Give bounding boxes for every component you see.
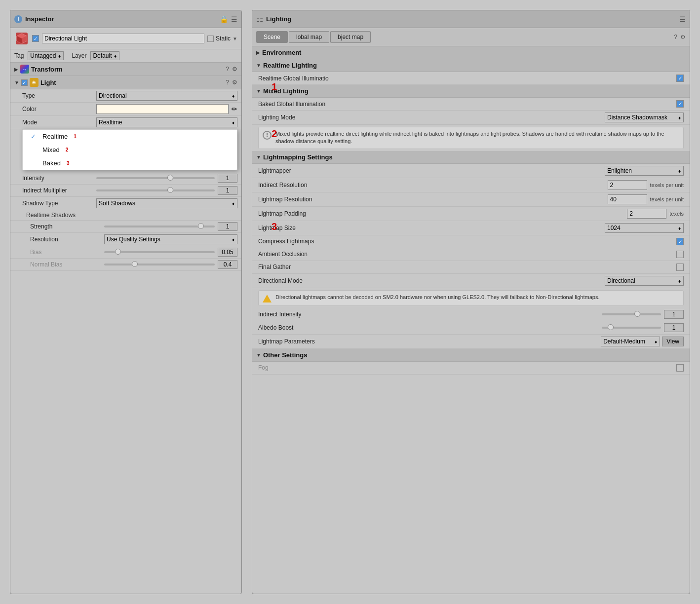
lightmap-resolution-input[interactable] bbox=[608, 194, 647, 204]
lightmap-padding-unit: texels bbox=[669, 211, 684, 217]
lightmap-resolution-value: texels per unit bbox=[608, 194, 684, 204]
transform-header-icons: ? ⚙ bbox=[226, 66, 237, 73]
normal-bias-slider-value[interactable]: 0.4 bbox=[218, 260, 237, 269]
tab-help-icon[interactable]: ? bbox=[674, 34, 677, 40]
tab-global-map[interactable]: lobal map bbox=[289, 31, 329, 43]
indirect-slider-thumb[interactable] bbox=[167, 187, 173, 193]
environment-section-header[interactable]: ▶ Environment bbox=[252, 46, 690, 59]
strength-slider-thumb[interactable] bbox=[198, 223, 204, 229]
albedo-boost-slider-value[interactable]: 1 bbox=[664, 323, 684, 332]
info-circle-icon: ! bbox=[263, 131, 272, 140]
indirect-intensity-slider-value[interactable]: 1 bbox=[664, 310, 684, 319]
view-button[interactable]: View bbox=[662, 337, 684, 346]
bias-slider-thumb[interactable] bbox=[115, 249, 121, 255]
indirect-intensity-thumb[interactable] bbox=[634, 311, 640, 317]
albedo-boost-slider[interactable] bbox=[602, 327, 661, 329]
strength-slider[interactable] bbox=[104, 226, 215, 227]
light-collapse-arrow[interactable]: ▼ bbox=[14, 80, 19, 85]
mode-prop-row: Mode Realtime ⬧ bbox=[10, 116, 241, 129]
other-settings-section-header[interactable]: ▼ Other Settings bbox=[252, 349, 690, 362]
intensity-slider-thumb[interactable] bbox=[167, 175, 173, 181]
transform-gear-icon[interactable]: ⚙ bbox=[232, 66, 237, 73]
mode-realtime-item[interactable]: ✓ Realtime 1 bbox=[23, 130, 237, 143]
lightmapper-label: Lightmapper bbox=[258, 167, 605, 174]
ambient-occlusion-label: Ambient Occlusion bbox=[258, 251, 676, 258]
lightmapping-section-header[interactable]: ▼ Lightmapping Settings bbox=[252, 151, 690, 164]
type-value: Directional ⬧ bbox=[96, 91, 237, 101]
tab-scene[interactable]: Scene bbox=[256, 31, 288, 43]
albedo-boost-slider-row: 1 bbox=[602, 323, 684, 332]
static-checkbox[interactable] bbox=[207, 36, 214, 42]
object-enabled-checkbox[interactable] bbox=[32, 35, 39, 42]
resolution-dropdown[interactable]: Use Quality Settings ⬧ bbox=[104, 234, 237, 244]
lightmap-size-label: Lightmap Size bbox=[258, 225, 605, 231]
lighting-mode-value: Distance Shadowmask ⬧ bbox=[605, 113, 684, 122]
light-gear-icon[interactable]: ⚙ bbox=[232, 79, 237, 86]
compress-label: Compress Lightmaps bbox=[258, 238, 676, 245]
lightmap-padding-input[interactable] bbox=[627, 209, 666, 219]
lighting-title-bar: ⚏ Lighting ☰ bbox=[252, 10, 690, 28]
lightmap-params-label: Lightmap Parameters bbox=[258, 338, 601, 345]
mode-baked-item[interactable]: Baked 3 bbox=[23, 156, 237, 170]
final-gather-checkbox[interactable] bbox=[676, 264, 684, 271]
intensity-slider[interactable] bbox=[96, 177, 215, 179]
mode-value: Realtime ⬧ bbox=[96, 117, 237, 127]
shadow-type-dropdown[interactable]: Soft Shadows ⬧ bbox=[96, 198, 237, 208]
mode-mixed-item[interactable]: Mixed 2 bbox=[23, 143, 237, 156]
static-dropdown-arrow[interactable]: ▼ bbox=[233, 36, 237, 41]
tab-object-map[interactable]: bject map bbox=[330, 31, 371, 43]
normal-bias-slider[interactable] bbox=[104, 264, 215, 265]
bias-slider[interactable] bbox=[104, 251, 215, 253]
intensity-slider-value[interactable]: 1 bbox=[218, 174, 237, 183]
ambient-occlusion-checkbox[interactable] bbox=[676, 251, 684, 258]
realtime-section-header[interactable]: ▼ Realtime Lighting bbox=[252, 59, 690, 72]
directional-mode-row: Directional Mode Directional ⬧ bbox=[252, 274, 690, 288]
color-picker-icon[interactable]: ✏ bbox=[232, 105, 237, 113]
ambient-occlusion-row: Ambient Occlusion bbox=[252, 248, 690, 261]
tag-select[interactable]: Untagged ⬧ bbox=[28, 51, 64, 60]
transform-help-icon[interactable]: ? bbox=[226, 66, 229, 73]
directional-mode-dropdown[interactable]: Directional ⬧ bbox=[605, 276, 684, 286]
lightmap-padding-row: Lightmap Padding texels bbox=[252, 207, 690, 221]
transform-collapse-arrow[interactable]: ▶ bbox=[14, 67, 18, 72]
albedo-boost-thumb[interactable] bbox=[608, 324, 614, 330]
normal-bias-slider-thumb[interactable] bbox=[132, 261, 138, 267]
color-field[interactable] bbox=[96, 104, 229, 114]
indirect-intensity-slider[interactable] bbox=[602, 313, 661, 315]
lightmap-params-dropdown[interactable]: Default-Medium ⬧ bbox=[601, 337, 660, 346]
light-help-icon[interactable]: ? bbox=[226, 79, 229, 86]
realtime-gi-checkbox[interactable] bbox=[676, 75, 684, 82]
strength-slider-value[interactable]: 1 bbox=[218, 222, 237, 231]
mode-dropdown[interactable]: Realtime ⬧ bbox=[96, 117, 237, 127]
lighting-mode-dropdown[interactable]: Distance Shadowmask ⬧ bbox=[605, 113, 684, 122]
directional-warning-text: Directional lightmaps cannot be decoded … bbox=[275, 294, 599, 301]
lightmap-size-dropdown[interactable]: 1024 ⬧ bbox=[605, 223, 684, 233]
compress-checkbox[interactable] bbox=[676, 238, 684, 245]
layer-select[interactable]: Default ⬧ bbox=[90, 51, 119, 60]
lock-icon[interactable]: 🔒 bbox=[220, 15, 228, 23]
lightmapper-dropdown[interactable]: Enlighten ⬧ bbox=[605, 166, 684, 176]
tab-gear-icon[interactable]: ⚙ bbox=[680, 34, 686, 40]
fog-checkbox[interactable] bbox=[676, 364, 684, 372]
strength-label: Strength bbox=[30, 223, 104, 230]
indirect-slider-value[interactable]: 1 bbox=[218, 186, 237, 195]
mixed-info-text: Mixed lights provide realtime direct lig… bbox=[275, 130, 679, 146]
tag-label: Tag bbox=[14, 52, 24, 59]
baked-gi-checkbox[interactable] bbox=[676, 100, 684, 108]
bias-slider-value[interactable]: 0.05 bbox=[218, 248, 237, 257]
mixed-section-header[interactable]: ▼ Mixed Lighting bbox=[252, 85, 690, 98]
object-name-input[interactable] bbox=[42, 34, 204, 43]
light-enabled-checkbox[interactable] bbox=[21, 79, 28, 86]
transform-component-header: ▶ ↔ Transform ? ⚙ bbox=[10, 63, 241, 76]
menu-icon[interactable]: ☰ bbox=[231, 15, 237, 23]
lightmap-padding-value: texels bbox=[627, 209, 684, 219]
indirect-resolution-input[interactable] bbox=[608, 180, 647, 190]
realtime-number: 1 bbox=[74, 134, 77, 139]
indirect-resolution-value: texels per unit bbox=[608, 180, 684, 190]
indirect-slider[interactable] bbox=[96, 189, 215, 191]
type-dropdown[interactable]: Directional ⬧ bbox=[96, 91, 237, 101]
realtime-title: Realtime Lighting bbox=[263, 62, 317, 69]
lighting-menu-icon[interactable]: ☰ bbox=[679, 15, 686, 23]
transform-icon: ↔ bbox=[20, 65, 29, 74]
mixed-triangle: ▼ bbox=[256, 88, 261, 94]
